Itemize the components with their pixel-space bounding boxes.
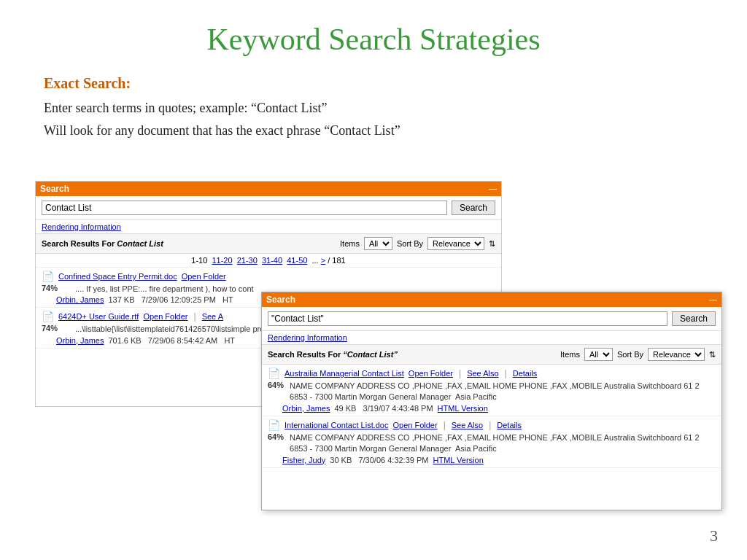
page-41-50[interactable]: 41-50 <box>287 256 307 265</box>
see-also-link-win2-1[interactable]: See Also <box>467 369 498 378</box>
results-header-1: Search Results For Contact List Items Al… <box>36 233 501 254</box>
result-pct-row-win2-1: 64% NAME COMPANY ADDRESS CO ,PHONE ,FAX … <box>268 381 716 403</box>
search-screenshot-2: Search — Search Rendering Information Se… <box>261 292 722 510</box>
result-pct-1: 74% <box>42 284 58 292</box>
doc-icon-win2-2: 📄 <box>268 419 280 431</box>
search-input-2[interactable] <box>268 311 667 326</box>
html-version-link-win2-1[interactable]: HTML Version <box>438 404 488 413</box>
result-meta-row-win2-2: Fisher, Judy 30 KB 7/30/06 4:32:39 PM HT… <box>282 456 716 464</box>
search-window-2-title: Search <box>266 295 295 305</box>
author-link-win2-2[interactable]: Fisher, Judy <box>282 456 325 464</box>
results-label-1: Search Results For Contact List <box>42 239 163 248</box>
result-meta-2: 701.6 KB 7/29/06 8:54:42 AM HT <box>108 336 235 345</box>
result-snippet-win2-2: NAME COMPANY ADDRESS CO ,PHONE ,FAX ,EMA… <box>290 432 716 455</box>
page-31-40[interactable]: 31-40 <box>262 256 282 265</box>
rendering-info-link-1[interactable]: Rendering Information <box>36 220 501 233</box>
search-input-1[interactable] <box>42 201 447 215</box>
sort-arrows-2: ⇅ <box>709 350 716 359</box>
pagination-1: 1-10 11-20 21-30 31-40 41-50 ... > / 181 <box>36 254 501 268</box>
page-next[interactable]: > <box>321 256 325 265</box>
body-line1: Enter search terms in quotes; example: “… <box>44 101 703 116</box>
doc-icon-win2-1: 📄 <box>268 368 280 379</box>
open-folder-link-win2-2[interactable]: Open Folder <box>392 421 437 429</box>
result-item-win2-1: 📄 Austrailia Managerial Contact List Ope… <box>262 365 721 416</box>
author-link-2[interactable]: Orbin, James <box>56 336 104 345</box>
results-query-2: “Contact List” <box>343 350 398 359</box>
search-window-1-titlebar: Search — <box>36 182 501 196</box>
search-button-1[interactable]: Search <box>452 201 495 215</box>
search-button-2[interactable]: Search <box>672 311 716 326</box>
open-folder-link-2[interactable]: Open Folder <box>143 312 187 321</box>
result-meta-win2-1: 49 KB 3/19/07 4:43:48 PM <box>334 404 433 413</box>
results-query-1: Contact List <box>117 239 163 248</box>
sort-dropdown-1[interactable]: Relevance <box>427 237 484 250</box>
result-pct-row-win2-2: 64% NAME COMPANY ADDRESS CO ,PHONE ,FAX … <box>268 432 716 455</box>
sort-dropdown-2[interactable]: Relevance <box>648 348 705 361</box>
result-meta-row-win2-1: Orbin, James 49 KB 3/19/07 4:43:48 PM HT… <box>282 404 716 413</box>
doc-icon-1: 📄 <box>42 271 54 282</box>
result-meta-1: 137 KB 7/29/06 12:09:25 PM HT <box>108 295 233 304</box>
items-label-2: Items <box>560 350 580 359</box>
search-bar-row-1: Search <box>36 196 501 220</box>
page-number: 3 <box>710 526 718 545</box>
result-meta-win2-2: 30 KB 7/30/06 4:32:39 PM <box>330 456 428 464</box>
details-link-win2-1[interactable]: Details <box>513 369 538 378</box>
exact-search-label: Exact Search: <box>44 75 703 92</box>
minimize-icon-1[interactable]: — <box>489 184 497 193</box>
sort-arrows-1: ⇅ <box>489 239 495 249</box>
results-header-2: Search Results For “Contact List” Items … <box>262 344 721 365</box>
result-pct-win2-1: 64% <box>268 381 284 389</box>
sort-label-2: Sort By <box>617 350 643 359</box>
result-title-row-win2-2: 📄 International Contact List.doc Open Fo… <box>268 419 716 431</box>
search-window-2-titlebar: Search — <box>262 292 721 307</box>
result-link-2[interactable]: 6424D+ User Guide.rtf <box>58 312 139 321</box>
result-snippet-win2-1: NAME COMPANY ADDRESS CO ,PHONE ,FAX ,EMA… <box>290 381 716 403</box>
result-link-1[interactable]: Confined Space Entry Permit.doc <box>58 272 177 281</box>
body-line2: Will look for any document that has the … <box>44 123 703 139</box>
search-window-2: Search — Search Rendering Information Se… <box>262 292 721 468</box>
items-label-1: Items <box>340 239 360 248</box>
results-label-2: Search Results For “Contact List” <box>268 350 398 359</box>
result-pct-win2-2: 64% <box>268 432 284 441</box>
search-bar-row-2: Search <box>262 307 721 331</box>
details-link-win2-2[interactable]: Details <box>497 421 522 429</box>
result-item-win2-2: 📄 International Contact List.doc Open Fo… <box>262 416 721 468</box>
rendering-info-link-2[interactable]: Rendering Information <box>262 331 721 344</box>
items-dropdown-2[interactable]: All <box>584 348 613 361</box>
see-also-link-2[interactable]: See A <box>202 312 223 321</box>
author-link-1[interactable]: Orbin, James <box>56 295 104 304</box>
search-window-1-title: Search <box>40 184 69 194</box>
result-link-win2-1[interactable]: Austrailia Managerial Contact List <box>285 369 404 378</box>
items-dropdown-1[interactable]: All <box>364 237 392 250</box>
sort-label-1: Sort By <box>397 239 423 248</box>
page-21-30[interactable]: 21-30 <box>237 256 258 265</box>
result-link-win2-2[interactable]: International Contact List.doc <box>285 421 388 429</box>
open-folder-link-1[interactable]: Open Folder <box>182 272 226 281</box>
result-pct-2: 74% <box>42 324 58 332</box>
see-also-link-win2-2[interactable]: See Also <box>452 421 483 429</box>
html-version-link-win2-2[interactable]: HTML Version <box>433 456 483 464</box>
result-title-row-win2-1: 📄 Austrailia Managerial Contact List Ope… <box>268 368 716 379</box>
slide-title: Keyword Search Strategies <box>44 22 703 57</box>
result-snippet-1: .... If yes, list PPE:... fire departmen… <box>75 284 254 295</box>
result-title-row-1: 📄 Confined Space Entry Permit.doc Open F… <box>42 271 495 282</box>
minimize-icon-2[interactable]: — <box>709 295 717 304</box>
author-link-win2-1[interactable]: Orbin, James <box>282 404 330 413</box>
open-folder-link-win2-1[interactable]: Open Folder <box>409 369 453 378</box>
slide: Keyword Search Strategies Exact Search: … <box>0 0 747 560</box>
page-11-20[interactable]: 11-20 <box>212 256 232 265</box>
doc-icon-2: 📄 <box>42 311 54 322</box>
